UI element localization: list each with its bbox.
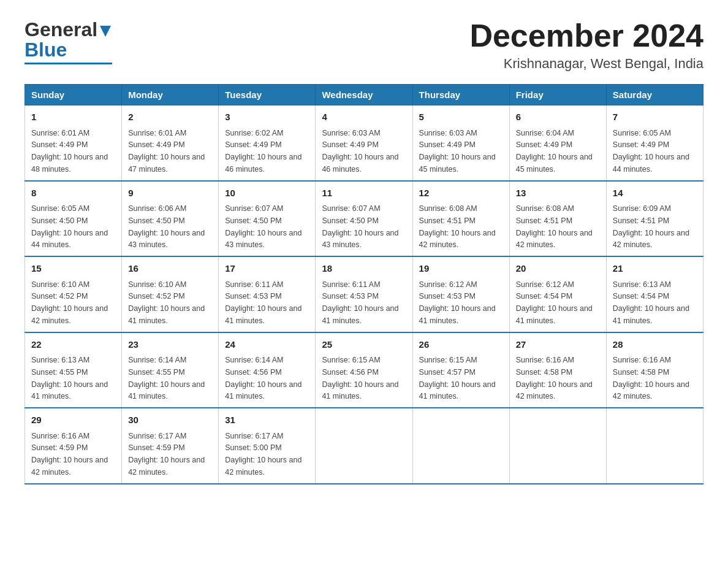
table-row: 22 Sunrise: 6:13 AMSunset: 4:55 PMDaylig… bbox=[25, 332, 122, 408]
table-row: 8 Sunrise: 6:05 AMSunset: 4:50 PMDayligh… bbox=[25, 181, 122, 257]
day-info: Sunrise: 6:04 AMSunset: 4:49 PMDaylight:… bbox=[516, 129, 593, 174]
table-row: 25 Sunrise: 6:15 AMSunset: 4:56 PMDaylig… bbox=[316, 332, 412, 408]
day-info: Sunrise: 6:08 AMSunset: 4:51 PMDaylight:… bbox=[516, 204, 593, 249]
title-block: December 2024 Krishnanagar, West Bengal,… bbox=[469, 18, 703, 72]
svg-marker-0 bbox=[100, 26, 111, 37]
table-row: 2 Sunrise: 6:01 AMSunset: 4:49 PMDayligh… bbox=[122, 105, 219, 181]
day-number: 22 bbox=[31, 338, 115, 352]
logo: General Blue bbox=[25, 18, 112, 64]
day-info: Sunrise: 6:17 AMSunset: 5:00 PMDaylight:… bbox=[225, 432, 301, 477]
day-number: 16 bbox=[128, 262, 212, 276]
table-row: 11 Sunrise: 6:07 AMSunset: 4:50 PMDaylig… bbox=[316, 181, 412, 257]
table-row: 16 Sunrise: 6:10 AMSunset: 4:52 PMDaylig… bbox=[122, 256, 219, 332]
table-row: 30 Sunrise: 6:17 AMSunset: 4:59 PMDaylig… bbox=[122, 408, 219, 484]
table-row: 4 Sunrise: 6:03 AMSunset: 4:49 PMDayligh… bbox=[316, 105, 412, 181]
day-number: 6 bbox=[516, 110, 600, 124]
table-row: 28 Sunrise: 6:16 AMSunset: 4:58 PMDaylig… bbox=[606, 332, 703, 408]
table-row: 24 Sunrise: 6:14 AMSunset: 4:56 PMDaylig… bbox=[219, 332, 316, 408]
calendar-header-row: Sunday Monday Tuesday Wednesday Thursday… bbox=[25, 85, 703, 105]
day-number: 3 bbox=[225, 110, 309, 124]
month-title: December 2024 bbox=[469, 18, 703, 53]
day-number: 19 bbox=[419, 262, 503, 276]
day-info: Sunrise: 6:15 AMSunset: 4:57 PMDaylight:… bbox=[419, 356, 496, 400]
day-info: Sunrise: 6:16 AMSunset: 4:58 PMDaylight:… bbox=[613, 356, 689, 400]
calendar-week-row: 8 Sunrise: 6:05 AMSunset: 4:50 PMDayligh… bbox=[25, 181, 703, 257]
table-row: 27 Sunrise: 6:16 AMSunset: 4:58 PMDaylig… bbox=[509, 332, 606, 408]
day-number: 24 bbox=[225, 338, 309, 352]
day-info: Sunrise: 6:03 AMSunset: 4:49 PMDaylight:… bbox=[322, 129, 398, 174]
col-sunday: Sunday bbox=[25, 85, 122, 105]
table-row: 31 Sunrise: 6:17 AMSunset: 5:00 PMDaylig… bbox=[219, 408, 316, 484]
table-row: 19 Sunrise: 6:12 AMSunset: 4:53 PMDaylig… bbox=[412, 256, 509, 332]
logo-blue-text: Blue bbox=[25, 39, 67, 61]
calendar-table: Sunday Monday Tuesday Wednesday Thursday… bbox=[25, 84, 703, 484]
day-number: 17 bbox=[225, 262, 309, 276]
day-info: Sunrise: 6:05 AMSunset: 4:49 PMDaylight:… bbox=[613, 129, 689, 174]
table-row: 29 Sunrise: 6:16 AMSunset: 4:59 PMDaylig… bbox=[25, 408, 122, 484]
table-row: 17 Sunrise: 6:11 AMSunset: 4:53 PMDaylig… bbox=[219, 256, 316, 332]
day-number: 8 bbox=[31, 186, 115, 201]
logo-triangle-icon bbox=[99, 25, 112, 38]
day-info: Sunrise: 6:07 AMSunset: 4:50 PMDaylight:… bbox=[322, 204, 398, 249]
table-row bbox=[412, 408, 509, 484]
day-number: 13 bbox=[516, 186, 600, 201]
col-tuesday: Tuesday bbox=[219, 85, 316, 105]
day-number: 23 bbox=[128, 338, 212, 352]
day-info: Sunrise: 6:08 AMSunset: 4:51 PMDaylight:… bbox=[419, 204, 496, 249]
table-row: 6 Sunrise: 6:04 AMSunset: 4:49 PMDayligh… bbox=[509, 105, 606, 181]
day-number: 28 bbox=[613, 338, 697, 352]
day-number: 31 bbox=[225, 413, 309, 427]
day-number: 25 bbox=[322, 338, 406, 352]
day-info: Sunrise: 6:09 AMSunset: 4:51 PMDaylight:… bbox=[613, 204, 689, 249]
day-info: Sunrise: 6:05 AMSunset: 4:50 PMDaylight:… bbox=[31, 204, 108, 249]
day-info: Sunrise: 6:06 AMSunset: 4:50 PMDaylight:… bbox=[128, 204, 205, 249]
table-row: 9 Sunrise: 6:06 AMSunset: 4:50 PMDayligh… bbox=[122, 181, 219, 257]
col-thursday: Thursday bbox=[412, 85, 509, 105]
day-number: 21 bbox=[613, 262, 697, 276]
table-row: 23 Sunrise: 6:14 AMSunset: 4:55 PMDaylig… bbox=[122, 332, 219, 408]
day-info: Sunrise: 6:03 AMSunset: 4:49 PMDaylight:… bbox=[419, 129, 496, 174]
table-row: 5 Sunrise: 6:03 AMSunset: 4:49 PMDayligh… bbox=[412, 105, 509, 181]
day-info: Sunrise: 6:12 AMSunset: 4:54 PMDaylight:… bbox=[516, 280, 593, 325]
day-number: 12 bbox=[419, 186, 503, 201]
day-number: 2 bbox=[128, 110, 212, 124]
table-row: 15 Sunrise: 6:10 AMSunset: 4:52 PMDaylig… bbox=[25, 256, 122, 332]
col-monday: Monday bbox=[122, 85, 219, 105]
day-number: 14 bbox=[613, 186, 697, 201]
table-row: 26 Sunrise: 6:15 AMSunset: 4:57 PMDaylig… bbox=[412, 332, 509, 408]
table-row bbox=[509, 408, 606, 484]
day-info: Sunrise: 6:01 AMSunset: 4:49 PMDaylight:… bbox=[128, 129, 205, 174]
location-title: Krishnanagar, West Bengal, India bbox=[469, 56, 703, 72]
col-wednesday: Wednesday bbox=[316, 85, 412, 105]
day-info: Sunrise: 6:10 AMSunset: 4:52 PMDaylight:… bbox=[31, 280, 108, 325]
day-info: Sunrise: 6:13 AMSunset: 4:54 PMDaylight:… bbox=[613, 280, 689, 325]
day-info: Sunrise: 6:07 AMSunset: 4:50 PMDaylight:… bbox=[225, 204, 301, 249]
day-info: Sunrise: 6:12 AMSunset: 4:53 PMDaylight:… bbox=[419, 280, 496, 325]
day-info: Sunrise: 6:14 AMSunset: 4:55 PMDaylight:… bbox=[128, 356, 205, 400]
calendar-week-row: 29 Sunrise: 6:16 AMSunset: 4:59 PMDaylig… bbox=[25, 408, 703, 484]
table-row: 10 Sunrise: 6:07 AMSunset: 4:50 PMDaylig… bbox=[219, 181, 316, 257]
day-info: Sunrise: 6:15 AMSunset: 4:56 PMDaylight:… bbox=[322, 356, 398, 400]
table-row: 18 Sunrise: 6:11 AMSunset: 4:53 PMDaylig… bbox=[316, 256, 412, 332]
day-number: 26 bbox=[419, 338, 503, 352]
logo-underline bbox=[25, 63, 112, 64]
day-number: 5 bbox=[419, 110, 503, 124]
logo-general-text: General bbox=[25, 18, 97, 41]
day-number: 11 bbox=[322, 186, 406, 201]
day-number: 9 bbox=[128, 186, 212, 201]
day-info: Sunrise: 6:11 AMSunset: 4:53 PMDaylight:… bbox=[225, 280, 301, 325]
day-info: Sunrise: 6:11 AMSunset: 4:53 PMDaylight:… bbox=[322, 280, 398, 325]
table-row: 1 Sunrise: 6:01 AMSunset: 4:49 PMDayligh… bbox=[25, 105, 122, 181]
day-info: Sunrise: 6:13 AMSunset: 4:55 PMDaylight:… bbox=[31, 356, 108, 400]
col-friday: Friday bbox=[509, 85, 606, 105]
day-number: 7 bbox=[613, 110, 697, 124]
day-number: 18 bbox=[322, 262, 406, 276]
calendar-week-row: 1 Sunrise: 6:01 AMSunset: 4:49 PMDayligh… bbox=[25, 105, 703, 181]
day-number: 20 bbox=[516, 262, 600, 276]
day-number: 15 bbox=[31, 262, 115, 276]
day-number: 27 bbox=[516, 338, 600, 352]
day-info: Sunrise: 6:01 AMSunset: 4:49 PMDaylight:… bbox=[31, 129, 108, 174]
day-number: 4 bbox=[322, 110, 406, 124]
table-row bbox=[606, 408, 703, 484]
day-info: Sunrise: 6:16 AMSunset: 4:59 PMDaylight:… bbox=[31, 432, 108, 477]
